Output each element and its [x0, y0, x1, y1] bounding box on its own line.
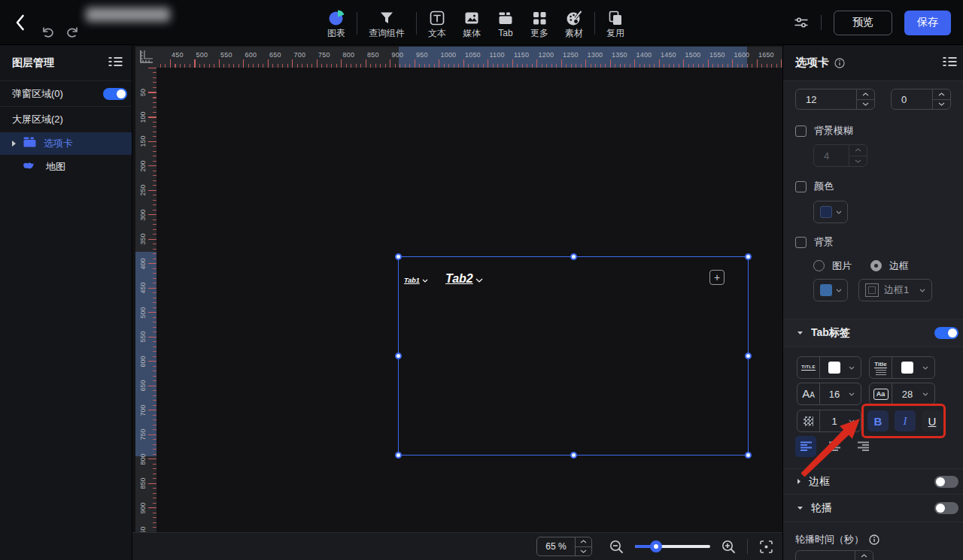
- tool-media[interactable]: 媒体: [454, 10, 489, 38]
- canvas-tab1[interactable]: Tab1: [404, 277, 428, 284]
- toggle-knob: [948, 328, 957, 338]
- undo-button[interactable]: [39, 25, 56, 40]
- caret-right-icon[interactable]: [797, 478, 801, 485]
- stepper-down[interactable]: [576, 547, 591, 556]
- layer-item-label: 地图: [46, 160, 65, 174]
- tab-radius-input[interactable]: 0: [891, 89, 951, 110]
- canvas-settings-button[interactable]: [794, 16, 809, 29]
- zoom-slider-thumb[interactable]: [650, 540, 662, 552]
- tool-assets[interactable]: 素材: [557, 10, 591, 38]
- selection-handle[interactable]: [395, 353, 402, 359]
- add-tab-button[interactable]: +: [709, 270, 725, 285]
- blur-checkbox[interactable]: [795, 126, 807, 137]
- active-font-size-control[interactable]: Aa 28: [869, 383, 935, 405]
- info-icon[interactable]: [834, 58, 845, 68]
- layer-list-icon[interactable]: [108, 56, 123, 70]
- ruler-label: 1050: [465, 51, 481, 59]
- popup-area-row: 弹窗区域(0): [0, 81, 132, 107]
- stepper-up[interactable]: [576, 537, 591, 547]
- underline-button[interactable]: U: [922, 410, 943, 431]
- stepper[interactable]: [856, 89, 874, 109]
- zoom-percent-input[interactable]: 65 %: [536, 537, 592, 556]
- preview-button[interactable]: 预览: [834, 11, 892, 35]
- stepper[interactable]: [932, 89, 950, 109]
- selected-tab-component[interactable]: Tab1 Tab2: [398, 256, 749, 456]
- zoom-stepper[interactable]: [575, 537, 591, 555]
- carousel-section-header[interactable]: 轮播: [783, 495, 963, 522]
- tool-more[interactable]: 更多: [522, 10, 557, 38]
- bold-button[interactable]: B: [867, 410, 889, 431]
- border-section-header[interactable]: 边框: [783, 469, 963, 494]
- zoom-out-button[interactable]: [609, 540, 624, 554]
- selection-handle[interactable]: [745, 452, 752, 459]
- stepper[interactable]: [855, 551, 873, 560]
- stepper-up[interactable]: [855, 551, 873, 560]
- selection-handle[interactable]: [395, 253, 402, 260]
- tab-label-section-title: Tab标签: [811, 326, 850, 340]
- tool-reuse[interactable]: 复用: [598, 10, 633, 38]
- popup-area-toggle[interactable]: [103, 88, 127, 100]
- active-title-color-control[interactable]: Title: [869, 356, 935, 379]
- ruler-icon: [138, 50, 153, 65]
- tab-label-section-header[interactable]: Tab标签: [783, 319, 963, 347]
- stepper-down[interactable]: [857, 100, 874, 110]
- stepper-up[interactable]: [857, 89, 874, 100]
- info-icon[interactable]: [869, 534, 879, 545]
- ruler-label: 350: [139, 233, 147, 244]
- border-radio[interactable]: [870, 260, 882, 271]
- expand-caret-icon[interactable]: [11, 137, 17, 150]
- back-button[interactable]: [11, 12, 29, 33]
- canvas-tab2[interactable]: Tab2: [445, 272, 483, 286]
- horizontal-ruler: 4505005506006507007508008509009501000105…: [156, 47, 782, 68]
- tool-chart[interactable]: 图表: [319, 10, 354, 38]
- color-checkbox[interactable]: [795, 181, 807, 192]
- selection-handle[interactable]: [570, 452, 577, 459]
- ruler-label: 1650: [758, 51, 774, 59]
- image-radio[interactable]: [813, 260, 825, 271]
- workspace[interactable]: Tab1 Tab2 +: [156, 68, 782, 532]
- background-color-dropdown[interactable]: [813, 279, 848, 301]
- selection-handle[interactable]: [570, 253, 577, 260]
- selection-handle[interactable]: [745, 253, 752, 260]
- align-left-button[interactable]: [795, 436, 816, 457]
- stepper-up[interactable]: [933, 89, 950, 100]
- tool-text[interactable]: 文本: [420, 10, 454, 38]
- zoom-out-icon: [609, 540, 624, 554]
- vertical-ruler: 5010015020025030035040045050055060065070…: [135, 68, 156, 532]
- design-canvas[interactable]: 4505005506006507007508008509009501000105…: [132, 45, 782, 560]
- tool-query[interactable]: 查询组件: [360, 10, 413, 38]
- fit-screen-button[interactable]: [759, 540, 773, 554]
- carousel-time-input[interactable]: [795, 550, 873, 560]
- align-center-button[interactable]: [824, 436, 845, 457]
- tab-label-toggle[interactable]: [934, 327, 958, 339]
- normal-font-size-control[interactable]: AA 16: [797, 383, 861, 405]
- layer-item-tabs-selected[interactable]: 选项卡: [0, 132, 132, 155]
- ruler-label: 1000: [441, 51, 457, 59]
- align-right-button[interactable]: [852, 436, 873, 457]
- stepper-disabled: [849, 145, 867, 166]
- layer-item-map[interactable]: 地图: [0, 155, 132, 179]
- normal-title-color-control[interactable]: TITLE: [797, 356, 861, 379]
- selection-handle[interactable]: [395, 452, 402, 459]
- zoom-slider[interactable]: [635, 545, 710, 548]
- sliders-icon: [794, 16, 809, 29]
- caret-down-icon[interactable]: [797, 331, 804, 335]
- carousel-toggle[interactable]: [934, 502, 958, 514]
- tool-tab[interactable]: Tab: [489, 10, 522, 38]
- caret-down-icon[interactable]: [797, 506, 804, 510]
- background-label: 背景: [814, 235, 834, 249]
- redo-button[interactable]: [65, 25, 81, 40]
- zoom-in-button[interactable]: [721, 540, 736, 554]
- topbar-divider: [821, 15, 822, 30]
- background-checkbox[interactable]: [795, 237, 807, 248]
- opacity-control[interactable]: 1: [797, 410, 861, 432]
- italic-button[interactable]: I: [895, 410, 916, 431]
- border-toggle[interactable]: [934, 476, 958, 488]
- tab-spacing-input[interactable]: 12: [795, 89, 875, 110]
- color-picker-dropdown[interactable]: [813, 201, 848, 223]
- save-button[interactable]: 保存: [904, 11, 951, 35]
- stepper-down[interactable]: [933, 100, 950, 110]
- selection-handle[interactable]: [745, 353, 752, 359]
- panel-menu-icon[interactable]: [943, 56, 957, 70]
- border-style-select[interactable]: 边框1: [858, 279, 932, 301]
